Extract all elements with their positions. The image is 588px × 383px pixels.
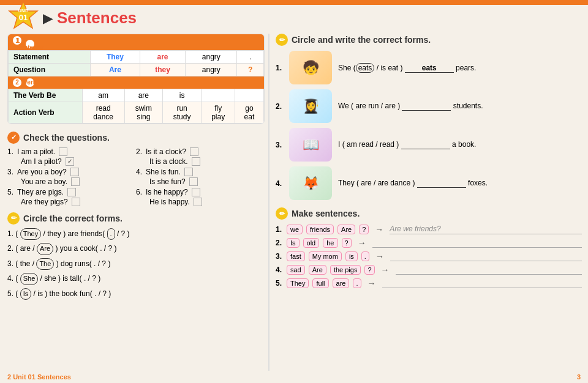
list-item: 3. ( the / The ) dog runs( . / ? ) (7, 258, 265, 270)
ms-num: 3. (276, 252, 283, 261)
sentence-label: 1 Sentence (26, 40, 34, 48)
check-item: 5. They are pigs. (7, 188, 136, 196)
make-sentences-title: ✏ Make sentences. (276, 207, 582, 220)
item-num: 5. (7, 289, 13, 298)
checkbox[interactable] (192, 188, 200, 196)
circle-correct-title: ✏ Circle the correct forms. (7, 212, 265, 225)
panel-divider (268, 34, 270, 371)
checkbox[interactable] (190, 147, 198, 156)
check-title-text: Check the questions. (23, 133, 110, 143)
cw-text-1: She (eats / is eat ) eats pears. (338, 63, 582, 73)
checkbox[interactable] (194, 198, 202, 206)
checkbox[interactable] (72, 198, 80, 206)
item-text: You are a boy. (21, 177, 67, 186)
item-num: 1. (7, 147, 13, 156)
cell-am: am (82, 89, 124, 102)
checkbox[interactable] (67, 188, 76, 196)
arrow-icon: → (375, 225, 383, 234)
checkbox[interactable] (59, 147, 67, 156)
arrow-icon: → (368, 278, 376, 288)
circle-write-title-text: Circle and write the correct forms. (292, 35, 431, 45)
cell-they2: they (140, 63, 186, 76)
sentence-table: Statement They are angry . Question Are … (8, 50, 264, 76)
pencil-icon: ✏ (7, 212, 20, 225)
check-col-left: 1. I am a pilot. Am I a pilot? ✓ (7, 147, 136, 166)
word-tag: . (353, 278, 361, 288)
check-col-right: 4. She is fun. Is she fun? (136, 168, 265, 186)
word-tag: full (312, 278, 328, 288)
row-label: Question (9, 63, 91, 76)
arrow-icon: → (375, 251, 384, 261)
word-tag: is (345, 251, 358, 261)
word-tag: he (323, 238, 337, 248)
item-text: Are they pigs? (21, 198, 68, 206)
cw-num: 4. (276, 179, 283, 188)
circle-forms-list: 1. ( They / they ) are friends( . / ? ) … (7, 228, 265, 300)
cw-text-3: I ( am read / read ) a book. (338, 140, 582, 149)
foxes-image: 🦊 (289, 166, 332, 200)
ms-answer-5 (382, 278, 582, 288)
pencil-icon-2: ✏ (276, 34, 288, 46)
table-row: Question Are they angry ? (9, 63, 264, 76)
check-item: You are a boy. (7, 177, 136, 186)
item-num: 1. (7, 229, 13, 238)
cell-angry1: angry (186, 50, 237, 63)
checkbox[interactable] (70, 168, 79, 176)
check-row-3: 5. They are pigs. Are they pigs? 6. Is h… (7, 188, 265, 206)
answer-blank-3 (401, 140, 450, 149)
ms-answer-1: Are we friends? (390, 225, 582, 234)
cell-read-dance: readdance (82, 102, 124, 123)
check-questions-section: ✓ Check the questions. 1. I am a pilot. … (7, 132, 265, 206)
item-text: Am I a pilot? (21, 157, 62, 166)
check-questions-title: ✓ Check the questions. (7, 132, 265, 144)
checkbox[interactable] (192, 157, 200, 166)
answer-eats: eats (405, 64, 454, 73)
cw-item-4: 4. 🦊 They ( are / are dance ) foxes. (276, 166, 582, 200)
cw-item-2: 2. 👩‍🎓 We ( are run / are ) students. (276, 89, 582, 123)
cell-are3: are (124, 89, 162, 102)
check-item: 3. Are you a boy? (7, 168, 136, 176)
circle-write-section: ✏ Circle and write the correct forms. 1.… (276, 34, 582, 200)
cell-go-eat: goeat (235, 102, 263, 123)
checkbox[interactable] (184, 168, 193, 176)
cw-item-1: 1. 🧒 She (eats / is eat ) eats pears. (276, 51, 582, 84)
page-number-right: 3 (577, 373, 581, 381)
cw-text-2: We ( are run / are ) students. (338, 102, 582, 111)
word-tag: we (287, 225, 303, 234)
ms-num: 1. (276, 225, 283, 234)
check-col-left: 3. Are you a boy? You are a boy. (7, 168, 136, 186)
top-bar (0, 0, 588, 5)
check-row-2: 3. Are you a boy? You are a boy. 4. She … (7, 168, 265, 186)
check-item: Are they pigs? (7, 198, 136, 206)
checkbox[interactable] (71, 177, 80, 186)
word-tag: Are (309, 265, 326, 275)
cell-swim-sing: swimsing (124, 102, 162, 123)
item-num: 2. (7, 244, 13, 253)
left-panel: 1 1 Sentence Statement They are angry . … (7, 34, 265, 371)
answer-blank-2 (402, 102, 451, 111)
check-item: Am I a pilot? ✓ (7, 157, 136, 166)
check-item: Is she fun? (136, 177, 265, 186)
checkbox-checked[interactable]: ✓ (66, 157, 74, 166)
checkbox[interactable] (189, 177, 198, 186)
word-tag: Is (287, 238, 300, 248)
students-image: 👩‍🎓 (289, 89, 332, 123)
table-row: The Verb Be am are is (9, 89, 264, 102)
verb-be-label: The Verb Be (9, 89, 83, 102)
cell-question: ? (237, 63, 264, 76)
check-item: It is a clock. (136, 157, 265, 166)
word-tag: . (361, 251, 369, 261)
ms-item-4: 4. sad Are the pigs ? → (276, 265, 582, 275)
ms-item-3: 3. fast My mom is . → (276, 251, 582, 261)
item-num: 5. (7, 188, 13, 196)
item-text: Are you a boy? (17, 168, 67, 176)
check-item: He is happy. (136, 198, 265, 206)
cell-is: is (162, 89, 202, 102)
sentence-header: 1 1 Sentence (8, 34, 264, 50)
table-row: Action Verb readdance swimsing runstudy … (9, 102, 264, 123)
cell-run-study: runstudy (162, 102, 202, 123)
list-item: 5. ( Is / is ) the book fun( . / ? ) (7, 288, 265, 300)
item-text: They are pigs. (17, 188, 64, 196)
page-title: ▶ Sentences (43, 9, 137, 28)
ms-answer-2 (372, 238, 582, 248)
